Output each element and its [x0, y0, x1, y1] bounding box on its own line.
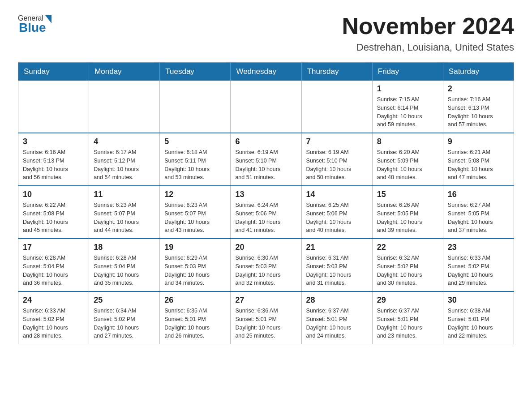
day-info: Sunrise: 6:25 AM Sunset: 5:06 PM Dayligh… — [306, 201, 368, 235]
day-number: 13 — [235, 190, 296, 199]
calendar-cell: 11Sunrise: 6:23 AM Sunset: 5:07 PM Dayli… — [89, 186, 160, 239]
calendar-cell: 10Sunrise: 6:22 AM Sunset: 5:08 PM Dayli… — [18, 186, 89, 239]
day-info: Sunrise: 6:36 AM Sunset: 5:01 PM Dayligh… — [235, 307, 296, 340]
calendar-cell: 6Sunrise: 6:19 AM Sunset: 5:10 PM Daylig… — [231, 133, 301, 186]
day-info: Sunrise: 6:19 AM Sunset: 5:10 PM Dayligh… — [306, 148, 368, 182]
calendar-cell — [160, 81, 231, 133]
calendar-cell: 16Sunrise: 6:27 AM Sunset: 5:05 PM Dayli… — [443, 186, 514, 239]
day-info: Sunrise: 6:28 AM Sunset: 5:04 PM Dayligh… — [94, 254, 155, 287]
calendar-cell: 14Sunrise: 6:25 AM Sunset: 5:06 PM Dayli… — [301, 186, 372, 239]
calendar-cell: 5Sunrise: 6:18 AM Sunset: 5:11 PM Daylig… — [160, 133, 231, 186]
weekday-header-sunday: Sunday — [18, 63, 89, 81]
day-info: Sunrise: 6:21 AM Sunset: 5:08 PM Dayligh… — [448, 148, 509, 182]
page-header: General Blue November 2024 Destrehan, Lo… — [18, 13, 514, 53]
calendar-cell — [89, 81, 160, 133]
day-number: 16 — [448, 190, 509, 199]
calendar-cell — [18, 81, 89, 133]
calendar-cell: 19Sunrise: 6:29 AM Sunset: 5:03 PM Dayli… — [160, 239, 231, 291]
day-info: Sunrise: 7:16 AM Sunset: 6:13 PM Dayligh… — [448, 95, 509, 129]
day-number: 5 — [164, 137, 226, 146]
calendar-cell — [231, 81, 301, 133]
calendar-cell: 13Sunrise: 6:24 AM Sunset: 5:06 PM Dayli… — [231, 186, 301, 239]
calendar-table: SundayMondayTuesdayWednesdayThursdayFrid… — [18, 62, 514, 344]
day-info: Sunrise: 6:18 AM Sunset: 5:11 PM Dayligh… — [164, 148, 226, 182]
calendar-cell: 26Sunrise: 6:35 AM Sunset: 5:01 PM Dayli… — [160, 291, 231, 344]
day-info: Sunrise: 6:23 AM Sunset: 5:07 PM Dayligh… — [164, 201, 226, 235]
day-info: Sunrise: 6:28 AM Sunset: 5:04 PM Dayligh… — [23, 254, 84, 287]
calendar-cell: 8Sunrise: 6:20 AM Sunset: 5:09 PM Daylig… — [372, 133, 443, 186]
calendar-cell: 30Sunrise: 6:38 AM Sunset: 5:01 PM Dayli… — [443, 291, 514, 344]
day-number: 9 — [448, 137, 509, 146]
calendar-cell: 2Sunrise: 7:16 AM Sunset: 6:13 PM Daylig… — [443, 81, 514, 133]
day-number: 19 — [164, 243, 226, 252]
day-number: 11 — [94, 190, 155, 199]
calendar-cell: 12Sunrise: 6:23 AM Sunset: 5:07 PM Dayli… — [160, 186, 231, 239]
logo-blue-text: Blue — [19, 21, 46, 35]
calendar-cell: 4Sunrise: 6:17 AM Sunset: 5:12 PM Daylig… — [89, 133, 160, 186]
calendar-week-row: 10Sunrise: 6:22 AM Sunset: 5:08 PM Dayli… — [18, 186, 514, 239]
title-area: November 2024 Destrehan, Louisiana, Unit… — [342, 13, 514, 53]
day-number: 3 — [23, 137, 84, 146]
day-number: 1 — [377, 84, 438, 94]
weekday-header-thursday: Thursday — [301, 63, 372, 81]
day-info: Sunrise: 6:35 AM Sunset: 5:01 PM Dayligh… — [164, 307, 226, 340]
calendar-cell: 21Sunrise: 6:31 AM Sunset: 5:03 PM Dayli… — [301, 239, 372, 291]
day-number: 14 — [306, 190, 368, 199]
weekday-header-row: SundayMondayTuesdayWednesdayThursdayFrid… — [18, 63, 514, 81]
calendar-cell: 3Sunrise: 6:16 AM Sunset: 5:13 PM Daylig… — [18, 133, 89, 186]
day-info: Sunrise: 6:27 AM Sunset: 5:05 PM Dayligh… — [448, 201, 509, 235]
day-number: 20 — [235, 243, 296, 252]
day-number: 8 — [377, 137, 438, 146]
calendar-cell: 22Sunrise: 6:32 AM Sunset: 5:02 PM Dayli… — [372, 239, 443, 291]
day-info: Sunrise: 6:34 AM Sunset: 5:02 PM Dayligh… — [94, 307, 155, 340]
day-info: Sunrise: 6:37 AM Sunset: 5:01 PM Dayligh… — [377, 307, 438, 340]
day-info: Sunrise: 6:31 AM Sunset: 5:03 PM Dayligh… — [306, 254, 368, 287]
day-number: 17 — [23, 243, 84, 252]
calendar-cell: 17Sunrise: 6:28 AM Sunset: 5:04 PM Dayli… — [18, 239, 89, 291]
day-number: 12 — [164, 190, 226, 199]
day-number: 28 — [306, 295, 368, 305]
calendar-week-row: 3Sunrise: 6:16 AM Sunset: 5:13 PM Daylig… — [18, 133, 514, 186]
day-number: 25 — [94, 295, 155, 305]
day-info: Sunrise: 7:15 AM Sunset: 6:14 PM Dayligh… — [377, 95, 438, 129]
day-number: 2 — [448, 84, 509, 94]
day-info: Sunrise: 6:32 AM Sunset: 5:02 PM Dayligh… — [377, 254, 438, 287]
day-number: 10 — [23, 190, 84, 199]
day-number: 21 — [306, 243, 368, 252]
day-number: 27 — [235, 295, 296, 305]
day-info: Sunrise: 6:38 AM Sunset: 5:01 PM Dayligh… — [448, 307, 509, 340]
day-info: Sunrise: 6:16 AM Sunset: 5:13 PM Dayligh… — [23, 148, 84, 182]
calendar-week-row: 1Sunrise: 7:15 AM Sunset: 6:14 PM Daylig… — [18, 81, 514, 133]
month-title: November 2024 — [342, 13, 514, 39]
day-number: 29 — [377, 295, 438, 305]
day-number: 4 — [94, 137, 155, 146]
calendar-cell — [301, 81, 372, 133]
calendar-cell: 7Sunrise: 6:19 AM Sunset: 5:10 PM Daylig… — [301, 133, 372, 186]
day-info: Sunrise: 6:23 AM Sunset: 5:07 PM Dayligh… — [94, 201, 155, 235]
day-info: Sunrise: 6:29 AM Sunset: 5:03 PM Dayligh… — [164, 254, 226, 287]
calendar-cell: 9Sunrise: 6:21 AM Sunset: 5:08 PM Daylig… — [443, 133, 514, 186]
calendar-week-row: 24Sunrise: 6:33 AM Sunset: 5:02 PM Dayli… — [18, 291, 514, 344]
calendar-cell: 23Sunrise: 6:33 AM Sunset: 5:02 PM Dayli… — [443, 239, 514, 291]
day-number: 15 — [377, 190, 438, 199]
calendar-cell: 20Sunrise: 6:30 AM Sunset: 5:03 PM Dayli… — [231, 239, 301, 291]
day-info: Sunrise: 6:37 AM Sunset: 5:01 PM Dayligh… — [306, 307, 368, 340]
calendar-cell: 1Sunrise: 7:15 AM Sunset: 6:14 PM Daylig… — [372, 81, 443, 133]
day-number: 30 — [448, 295, 509, 305]
weekday-header-saturday: Saturday — [443, 63, 514, 81]
calendar-cell: 29Sunrise: 6:37 AM Sunset: 5:01 PM Dayli… — [372, 291, 443, 344]
day-info: Sunrise: 6:17 AM Sunset: 5:12 PM Dayligh… — [94, 148, 155, 182]
logo: General Blue — [18, 13, 51, 35]
weekday-header-monday: Monday — [89, 63, 160, 81]
location-subtitle: Destrehan, Louisiana, United States — [342, 42, 514, 53]
calendar-cell: 18Sunrise: 6:28 AM Sunset: 5:04 PM Dayli… — [89, 239, 160, 291]
day-info: Sunrise: 6:22 AM Sunset: 5:08 PM Dayligh… — [23, 201, 84, 235]
weekday-header-wednesday: Wednesday — [231, 63, 301, 81]
logo-arrow-icon — [45, 15, 51, 23]
day-number: 22 — [377, 243, 438, 252]
day-info: Sunrise: 6:33 AM Sunset: 5:02 PM Dayligh… — [23, 307, 84, 340]
weekday-header-tuesday: Tuesday — [160, 63, 231, 81]
day-info: Sunrise: 6:30 AM Sunset: 5:03 PM Dayligh… — [235, 254, 296, 287]
calendar-cell: 24Sunrise: 6:33 AM Sunset: 5:02 PM Dayli… — [18, 291, 89, 344]
day-number: 18 — [94, 243, 155, 252]
